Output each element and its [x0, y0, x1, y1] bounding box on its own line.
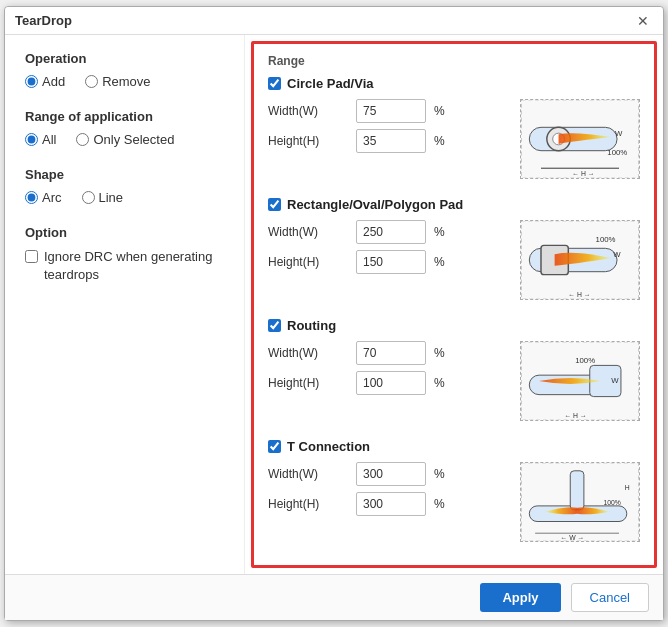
t-connection-width-unit: % — [434, 467, 448, 481]
routing-checkbox[interactable] — [268, 319, 281, 332]
routing-height-unit: % — [434, 376, 448, 390]
operation-radio-group: Add Remove — [25, 74, 224, 89]
t-connection-row: Width(W) % Height(H) % — [268, 462, 640, 542]
shape-section: Shape Arc Line — [25, 167, 224, 205]
svg-text:← H →: ← H → — [572, 170, 594, 177]
footer: Apply Cancel — [5, 574, 663, 620]
rect-pad-diagram: W 100% ← H → — [520, 220, 640, 300]
operation-add[interactable]: Add — [25, 74, 65, 89]
svg-text:← H →: ← H → — [564, 412, 586, 419]
rect-pad-checkbox[interactable] — [268, 198, 281, 211]
shape-line[interactable]: Line — [82, 190, 124, 205]
rect-pad-section: Rectangle/Oval/Polygon Pad Width(W) % He… — [268, 197, 640, 300]
routing-height-row: Height(H) % — [268, 371, 510, 395]
circle-pad-width-unit: % — [434, 104, 448, 118]
rect-pad-width-label: Width(W) — [268, 225, 348, 239]
t-connection-width-input[interactable] — [356, 462, 426, 486]
routing-height-input[interactable] — [356, 371, 426, 395]
content-area: Operation Add Remove Range of applicatio… — [5, 35, 663, 574]
routing-row: Width(W) % Height(H) % — [268, 341, 640, 421]
ignore-drc-checkbox[interactable] — [25, 250, 38, 263]
shape-arc[interactable]: Arc — [25, 190, 62, 205]
right-panel: Range Circle Pad/Via Width(W) % — [251, 41, 657, 568]
ignore-drc-label: Ignore DRC when generating teardrops — [44, 248, 224, 284]
svg-text:← H →: ← H → — [568, 291, 590, 298]
svg-text:100%: 100% — [596, 235, 616, 244]
rect-pad-height-unit: % — [434, 255, 448, 269]
circle-pad-width-label: Width(W) — [268, 104, 348, 118]
title-bar: TearDrop ✕ — [5, 7, 663, 35]
close-button[interactable]: ✕ — [633, 14, 653, 28]
dialog-title: TearDrop — [15, 13, 72, 28]
range-radio-group: All Only Selected — [25, 132, 224, 147]
circle-pad-header: Circle Pad/Via — [268, 76, 640, 91]
range-only-selected-label: Only Selected — [93, 132, 174, 147]
range-only-selected-radio[interactable] — [76, 133, 89, 146]
svg-text:W: W — [613, 250, 621, 259]
t-connection-height-input[interactable] — [356, 492, 426, 516]
svg-text:100%: 100% — [607, 148, 627, 157]
range-all-label: All — [42, 132, 56, 147]
circle-pad-width-row: Width(W) % — [268, 99, 510, 123]
t-connection-label: T Connection — [287, 439, 370, 454]
operation-remove-radio[interactable] — [85, 75, 98, 88]
routing-params: Width(W) % Height(H) % — [268, 341, 510, 401]
circle-pad-row: Width(W) % Height(H) % — [268, 99, 640, 179]
circle-pad-height-label: Height(H) — [268, 134, 348, 148]
t-connection-height-unit: % — [434, 497, 448, 511]
t-connection-width-label: Width(W) — [268, 467, 348, 481]
operation-add-label: Add — [42, 74, 65, 89]
circle-pad-params: Width(W) % Height(H) % — [268, 99, 510, 159]
circle-pad-section: Circle Pad/Via Width(W) % Height(H) % — [268, 76, 640, 179]
circle-pad-height-row: Height(H) % — [268, 129, 510, 153]
t-connection-header: T Connection — [268, 439, 640, 454]
rect-pad-width-input[interactable] — [356, 220, 426, 244]
rect-pad-header: Rectangle/Oval/Polygon Pad — [268, 197, 640, 212]
routing-label: Routing — [287, 318, 336, 333]
rect-pad-width-row: Width(W) % — [268, 220, 510, 244]
range-only-selected[interactable]: Only Selected — [76, 132, 174, 147]
operation-remove-label: Remove — [102, 74, 150, 89]
circle-pad-height-input[interactable] — [356, 129, 426, 153]
t-connection-height-label: Height(H) — [268, 497, 348, 511]
routing-diagram: W 100% ← H → — [520, 341, 640, 421]
shape-radio-group: Arc Line — [25, 190, 224, 205]
apply-button[interactable]: Apply — [480, 583, 560, 612]
circle-pad-checkbox[interactable] — [268, 77, 281, 90]
range-all-radio[interactable] — [25, 133, 38, 146]
t-connection-height-row: Height(H) % — [268, 492, 510, 516]
teardrop-dialog: TearDrop ✕ Operation Add Remove — [4, 6, 664, 621]
svg-text:100%: 100% — [575, 356, 595, 365]
routing-height-label: Height(H) — [268, 376, 348, 390]
routing-section: Routing Width(W) % Height(H) % — [268, 318, 640, 421]
range-of-application-section: Range of application All Only Selected — [25, 109, 224, 147]
svg-rect-23 — [570, 471, 584, 510]
rect-pad-label: Rectangle/Oval/Polygon Pad — [287, 197, 463, 212]
t-connection-checkbox[interactable] — [268, 440, 281, 453]
shape-arc-radio[interactable] — [25, 191, 38, 204]
svg-text:100%: 100% — [603, 499, 620, 506]
range-all[interactable]: All — [25, 132, 56, 147]
operation-section: Operation Add Remove — [25, 51, 224, 89]
circle-pad-label: Circle Pad/Via — [287, 76, 373, 91]
routing-header: Routing — [268, 318, 640, 333]
rect-pad-width-unit: % — [434, 225, 448, 239]
shape-arc-label: Arc — [42, 190, 62, 205]
circle-pad-width-input[interactable] — [356, 99, 426, 123]
circle-pad-height-unit: % — [434, 134, 448, 148]
shape-line-radio[interactable] — [82, 191, 95, 204]
rect-pad-height-input[interactable] — [356, 250, 426, 274]
operation-add-radio[interactable] — [25, 75, 38, 88]
circle-pad-diagram: W 100% ← H → — [520, 99, 640, 179]
rect-pad-height-row: Height(H) % — [268, 250, 510, 274]
operation-title: Operation — [25, 51, 224, 66]
svg-text:← W →: ← W → — [561, 534, 585, 541]
operation-remove[interactable]: Remove — [85, 74, 150, 89]
routing-width-input[interactable] — [356, 341, 426, 365]
rect-pad-row: Width(W) % Height(H) % — [268, 220, 640, 300]
cancel-button[interactable]: Cancel — [571, 583, 649, 612]
range-of-application-title: Range of application — [25, 109, 224, 124]
shape-line-label: Line — [99, 190, 124, 205]
rect-pad-height-label: Height(H) — [268, 255, 348, 269]
ignore-drc-option[interactable]: Ignore DRC when generating teardrops — [25, 248, 224, 284]
